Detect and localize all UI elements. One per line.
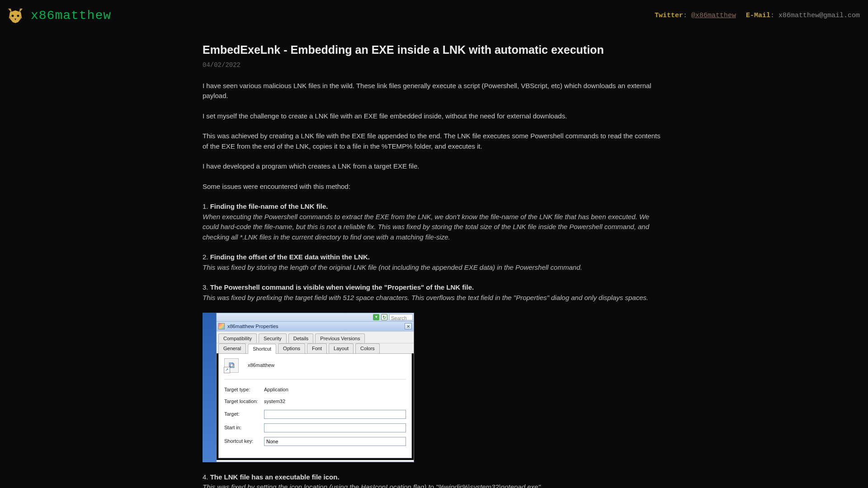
startin-row: Start in: — [224, 423, 406, 432]
issue-title: The Powershell command is visible when v… — [210, 283, 474, 291]
startin-field — [264, 423, 406, 432]
issue-num: 4. — [203, 473, 208, 481]
wolf-icon — [6, 7, 24, 25]
issue-2: 2. Finding the offset of the EXE data wi… — [203, 252, 665, 272]
issue-desc: This was fixed by prefixing the target f… — [203, 294, 648, 301]
tab-compatibility: Compatibility — [218, 333, 257, 343]
shortcut-icon: ⧉ — [224, 358, 239, 373]
twitter-label: Twitter — [655, 12, 683, 19]
shortcut-name: x86matthew — [248, 361, 274, 369]
target-type-row: Target type: Application — [224, 386, 406, 394]
paragraph: I set myself the challenge to create a L… — [203, 111, 665, 122]
brand[interactable]: x86matthew — [6, 6, 111, 25]
issue-num: 1. — [203, 202, 208, 210]
target-row: Target: — [224, 410, 406, 419]
tab-font: Font — [307, 343, 327, 353]
target-type-value: Application — [264, 386, 406, 394]
email-value: x86matthew@gmail.com — [778, 12, 860, 19]
twitter-block: Twitter: @x86matthew — [655, 11, 736, 21]
issue-4: 4. The LNK file has an executable file i… — [203, 472, 665, 488]
target-location-label: Target location: — [224, 398, 264, 405]
tab-general: General — [218, 343, 246, 353]
tab-shortcut: Shortcut — [248, 344, 276, 354]
twitter-link[interactable]: @x86matthew — [691, 12, 736, 19]
dialog-titlebar: x86matthew Properties ✕ — [217, 321, 414, 331]
paragraph: I have developed a program which creates… — [203, 161, 665, 172]
issue-num: 2. — [203, 253, 208, 261]
dialog-footer — [217, 460, 414, 462]
refresh-icon: ↻ — [381, 314, 387, 320]
svg-point-3 — [17, 15, 19, 17]
shortcut-name-row: ⧉ x86matthew — [224, 358, 406, 380]
shortcutkey-label: Shortcut key: — [224, 437, 264, 445]
article: EmbedExeLnk - Embedding an EXE inside a … — [203, 32, 665, 488]
issue-num: 3. — [203, 283, 208, 291]
startin-label: Start in: — [224, 424, 264, 432]
properties-screenshot: ▾ ↻ Search F x86matthew Properties ✕ Com… — [203, 313, 414, 462]
explorer-background-strip — [203, 313, 216, 462]
target-location-value: system32 — [264, 398, 406, 405]
dialog-title: x86matthew Properties — [227, 323, 405, 330]
paragraph: I have seen various malicious LNK files … — [203, 81, 665, 101]
page-header: x86matthew Twitter: @x86matthew E-Mail: … — [0, 0, 868, 32]
tab-previous-versions: Previous Versions — [315, 333, 365, 343]
paragraph: Some issues were encountered with this m… — [203, 182, 665, 192]
tab-colors: Colors — [355, 343, 380, 353]
properties-window: ▾ ↻ Search F x86matthew Properties ✕ Com… — [216, 313, 414, 462]
tabs-row-1: Compatibility Security Details Previous … — [217, 331, 414, 343]
window-icon — [218, 323, 225, 329]
issue-title: Finding the file-name of the LNK file. — [210, 202, 328, 210]
forward-icon: ▾ — [373, 314, 379, 320]
explorer-search: Search F — [389, 314, 413, 320]
email-label: E-Mail — [746, 12, 770, 19]
issue-3: 3. The Powershell command is visible whe… — [203, 282, 665, 303]
brand-name: x86matthew — [31, 6, 111, 25]
tab-layout: Layout — [329, 343, 354, 353]
tab-options: Options — [278, 343, 305, 353]
target-location-row: Target location: system32 — [224, 398, 406, 405]
explorer-toolbar: ▾ ↻ Search F — [217, 313, 414, 321]
target-field — [264, 410, 406, 419]
shortcut-panel: ⧉ x86matthew Target type: Application Ta… — [218, 353, 412, 458]
email-block: E-Mail: x86matthew@gmail.com — [746, 11, 860, 21]
tabs-row-2: General Shortcut Options Font Layout Col… — [217, 343, 414, 353]
issue-desc: This was fixed by storing the length of … — [203, 263, 582, 271]
paragraph: This was achieved by creating a LNK file… — [203, 131, 665, 151]
article-title: EmbedExeLnk - Embedding an EXE inside a … — [203, 42, 665, 59]
close-icon: ✕ — [405, 323, 412, 329]
issue-title: The LNK file has an executable file icon… — [210, 473, 340, 481]
article-date: 04/02/2022 — [203, 61, 665, 70]
target-type-label: Target type: — [224, 386, 264, 394]
issue-desc: When executing the Powershell commands t… — [203, 213, 649, 241]
issue-title: Finding the offset of the EXE data withi… — [210, 253, 370, 261]
shortcutkey-row: Shortcut key: — [224, 437, 406, 446]
svg-point-2 — [12, 15, 14, 17]
target-label: Target: — [224, 410, 264, 418]
tab-details: Details — [288, 333, 314, 343]
tab-security: Security — [259, 333, 287, 343]
shortcutkey-field — [264, 437, 406, 446]
issue-desc: This was fixed by setting the icon locat… — [203, 483, 542, 488]
contact-links: Twitter: @x86matthew E-Mail: x86matthew@… — [655, 11, 860, 21]
issue-1: 1. Finding the file-name of the LNK file… — [203, 202, 665, 242]
